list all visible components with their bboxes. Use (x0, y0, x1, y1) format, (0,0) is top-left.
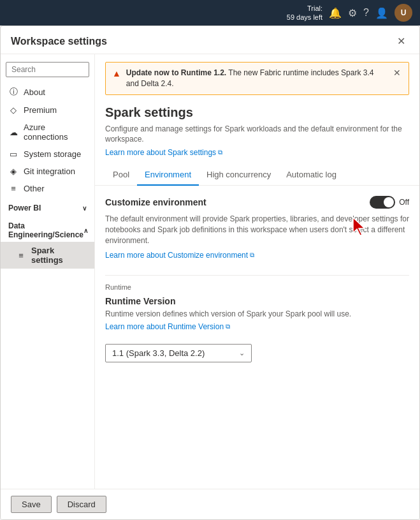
alert-banner: ▲ Update now to Runtime 1.2. The new Fab… (105, 62, 409, 95)
tab-content-environment: Customize environment Off The default en… (95, 186, 419, 489)
tab-automatic-log[interactable]: Automatic log (279, 165, 344, 186)
tab-high-concurrency[interactable]: High concurrency (199, 165, 279, 186)
sidebar-section-powerbi[interactable]: Power BI ∨ (1, 197, 94, 215)
avatar[interactable]: U (395, 4, 412, 22)
runtime-version-title: Runtime Version (105, 296, 409, 306)
modal-header: Workspace settings ✕ (1, 26, 419, 54)
modal-body: ⓘ About ◇ Premium ☁ Azure connections ▭ … (1, 54, 419, 489)
customize-env-label: Customize environment (105, 197, 206, 207)
storage-icon: ▭ (8, 149, 18, 159)
tab-pool[interactable]: Pool (105, 165, 137, 186)
sidebar-item-azure[interactable]: ☁ Azure connections (1, 119, 94, 145)
save-button[interactable]: Save (11, 496, 52, 513)
spark-icon: ≡ (16, 251, 26, 260)
sidebar: ⓘ About ◇ Premium ☁ Azure connections ▭ … (1, 54, 95, 489)
trial-info: Trial: 59 days left (287, 4, 322, 22)
search-container (6, 62, 89, 77)
chevron-down-icon-dropdown: ⌄ (239, 349, 245, 357)
sidebar-item-other[interactable]: ≡ Other (1, 180, 94, 197)
page-description: Configure and manage settings for Spark … (105, 124, 409, 145)
runtime-version-dropdown[interactable]: 1.1 (Spark 3.3, Delta 2.2) ⌄ (105, 344, 252, 362)
alert-text: Update now to Runtime 1.2. The new Fabri… (126, 68, 387, 89)
toggle-knob (384, 197, 394, 207)
warning-icon: ▲ (112, 68, 121, 78)
tab-environment[interactable]: Environment (137, 165, 199, 186)
sidebar-item-premium[interactable]: ◇ Premium (1, 101, 94, 119)
azure-icon: ☁ (8, 128, 18, 137)
customize-env-learn-link[interactable]: Learn more about Customize environment ⧉ (105, 251, 254, 260)
page-title: Spark settings (105, 105, 409, 120)
customize-env-description: The default environment will provide Spa… (105, 214, 409, 246)
close-button[interactable]: ✕ (393, 34, 409, 48)
git-icon: ◈ (8, 167, 18, 176)
gear-icon[interactable]: ⚙ (348, 7, 357, 19)
premium-icon: ◇ (8, 105, 18, 115)
section-divider (105, 275, 409, 276)
sidebar-item-git[interactable]: ◈ Git integration (1, 163, 94, 180)
sidebar-item-storage[interactable]: ▭ System storage (1, 145, 94, 163)
modal-footer: Save Discard (1, 489, 419, 519)
external-link-icon-3: ⧉ (226, 323, 230, 331)
bell-icon[interactable]: 🔔 (329, 7, 342, 19)
alert-close-button[interactable]: ✕ (392, 68, 402, 78)
info-icon: ⓘ (8, 86, 18, 98)
discard-button[interactable]: Discard (57, 496, 106, 513)
sidebar-item-about[interactable]: ⓘ About (1, 82, 94, 101)
search-input[interactable] (6, 62, 89, 77)
topbar: Trial: 59 days left 🔔 ⚙ ? 👤 U (0, 0, 420, 26)
external-link-icon: ⧉ (218, 149, 222, 156)
external-link-icon-2: ⧉ (250, 251, 254, 259)
profile-icon[interactable]: 👤 (375, 7, 388, 19)
other-icon: ≡ (8, 184, 18, 193)
toggle-container: Off (370, 196, 409, 209)
sidebar-item-spark[interactable]: ≡ Spark settings (1, 242, 94, 269)
modal-title: Workspace settings (11, 36, 107, 47)
customize-env-toggle[interactable] (370, 196, 395, 209)
runtime-section-label: Runtime (105, 283, 409, 291)
toggle-off-label: Off (399, 198, 409, 207)
customize-env-row: Customize environment Off (105, 196, 409, 209)
chevron-up-icon: ∧ (83, 227, 88, 234)
tabs-bar: Pool Environment High concurrency Automa… (95, 165, 419, 186)
runtime-version-description: Runtime version defines which version of… (105, 309, 409, 320)
page-header: Spark settings Configure and manage sett… (95, 95, 419, 165)
help-icon[interactable]: ? (363, 7, 369, 19)
runtime-version-learn-link[interactable]: Learn more about Runtime Version ⧉ (105, 322, 230, 331)
sidebar-section-dataeng[interactable]: Data Engineering/Science ∧ (1, 215, 94, 242)
main-content: ▲ Update now to Runtime 1.2. The new Fab… (95, 54, 419, 489)
chevron-down-icon: ∨ (82, 205, 87, 212)
workspace-settings-modal: Workspace settings ✕ ⓘ About ◇ Premium (0, 26, 420, 520)
dropdown-selected-value: 1.1 (Spark 3.3, Delta 2.2) (112, 348, 205, 358)
spark-settings-learn-link[interactable]: Learn more about Spark settings ⧉ (105, 148, 222, 157)
